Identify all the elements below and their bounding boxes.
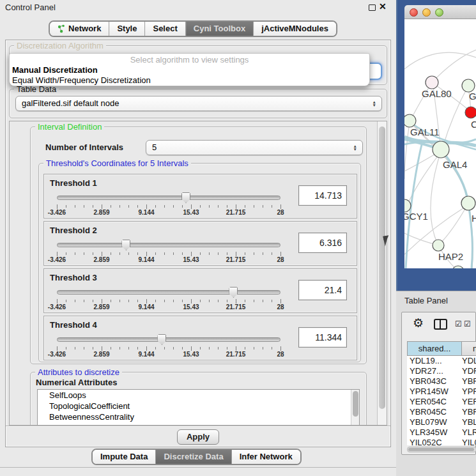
slider-thumb[interactable] — [121, 240, 130, 250]
network-node[interactable] — [433, 240, 444, 251]
network-window-titlebar[interactable] — [404, 5, 476, 19]
gear-icon[interactable]: ⚙ — [413, 316, 424, 330]
network-node[interactable] — [452, 266, 464, 268]
slider-track[interactable] — [57, 196, 280, 200]
threshold-label: Threshold 1 — [50, 178, 97, 188]
cell-shared-name: YLR345W — [407, 427, 462, 438]
node-label: G. — [469, 91, 476, 102]
network-node[interactable] — [461, 196, 475, 210]
close-icon[interactable]: ✕ — [379, 1, 387, 12]
zoom-traffic-light-icon[interactable] — [435, 8, 443, 17]
tab-select[interactable]: Select — [144, 22, 185, 36]
table-row[interactable]: YBR045CYBR0 — [407, 407, 476, 417]
apply-button[interactable]: Apply — [177, 429, 219, 445]
cell-name: YBL0 — [462, 417, 476, 427]
cell-shared-name: YDL19... — [407, 356, 462, 366]
table-data-select[interactable]: galFiltered.sif default node ▲▼ — [15, 96, 382, 111]
numerical-attributes-list[interactable]: SelfLoopsTopologicalCoefficientBetweenne… — [37, 389, 360, 426]
number-of-intervals-value: 5 — [152, 142, 157, 152]
node-label: GCY1 — [404, 211, 428, 222]
table-row[interactable]: YDL19...YDL1 — [407, 356, 476, 366]
threshold-label: Threshold 4 — [50, 320, 97, 330]
attribute-item[interactable]: BetweennessCentrality — [38, 411, 359, 422]
network-node[interactable] — [462, 79, 475, 92]
table-row[interactable]: YPR145WYPR1 — [407, 387, 476, 397]
table-row[interactable]: YBR043CYBR0 — [407, 376, 476, 387]
tab-jactivemnodules[interactable]: jActiveMNodules — [253, 22, 336, 36]
cell-shared-name: YER054C — [407, 397, 462, 407]
node-label: C — [471, 119, 476, 130]
tab-label: Discretize Data — [164, 452, 223, 461]
attribute-item[interactable]: SelfLoops — [38, 390, 359, 401]
cell-shared-name: YBL079W — [407, 417, 462, 427]
threshold-slider[interactable]: -3.4262.8599.14415.4321.71528 — [57, 334, 280, 358]
list-scrollbar-thumb[interactable] — [353, 391, 358, 417]
network-view-window: GAL80G.CGAL11GAL4GCY1HHAP2 — [396, 0, 476, 291]
slider-ticks — [57, 251, 280, 256]
table-row[interactable]: YBL079WYBL0 — [407, 417, 476, 427]
column-header[interactable]: shared... — [407, 341, 462, 356]
slider-thumb[interactable] — [229, 287, 238, 298]
table-row[interactable]: YDR27...YDR2 — [407, 366, 476, 376]
threshold-value-field[interactable]: 14.713 — [298, 185, 347, 206]
tab-impute-data[interactable]: Impute Data — [93, 450, 155, 464]
cell-name: YBR0 — [462, 407, 476, 417]
attribute-item[interactable]: TopologicalCoefficient — [38, 401, 359, 411]
threshold-slider[interactable]: -3.4262.8599.14415.4321.71528 — [57, 287, 280, 311]
bottom-tabbar: Impute DataDiscretize DataInfer Network — [91, 449, 302, 465]
checkbox-icon[interactable]: ☑ — [464, 319, 471, 328]
numerical-attributes-label: Numerical Attributes — [36, 378, 117, 387]
cell-shared-name: YBR043C — [407, 376, 462, 387]
column-header[interactable]: na — [462, 341, 476, 356]
threshold-panel: Threshold 2-3.4262.8599.14415.4321.71528… — [43, 221, 357, 266]
list-scrollbar[interactable] — [351, 390, 359, 426]
table-h-scrollbar-thumb[interactable] — [408, 448, 474, 451]
cyni-toolbox-panel: Discretization Algorithm Select algorith… — [5, 40, 391, 447]
panel-scrollbar[interactable] — [377, 121, 387, 425]
number-of-intervals-label: Number of Intervals — [45, 142, 123, 152]
slider-track[interactable] — [57, 243, 280, 247]
table-h-scrollbar[interactable] — [407, 447, 476, 452]
network-node[interactable] — [404, 114, 416, 127]
tab-infer-network[interactable]: Infer Network — [231, 450, 300, 464]
table-row[interactable]: YLR345WYLR3 — [407, 427, 476, 438]
cell-name: YDR2 — [462, 366, 476, 376]
panel-scrollbar-thumb[interactable] — [379, 127, 385, 409]
checkbox-icon[interactable]: ☑ — [455, 319, 462, 328]
tab-cyni-toolbox[interactable]: Cyni Toolbox — [185, 22, 253, 36]
attributes-group: Attributes to discretize Numerical Attri… — [30, 372, 367, 426]
threshold-value-field[interactable]: 6.316 — [298, 233, 347, 253]
number-of-intervals-select[interactable]: 5 ▲▼ — [146, 140, 363, 155]
cell-name: YIL0 — [462, 438, 476, 445]
network-node[interactable] — [433, 141, 449, 158]
tab-network[interactable]: Network — [50, 22, 109, 36]
network-node[interactable] — [426, 76, 438, 89]
dropdown-option[interactable]: Manual Discretization — [10, 65, 369, 75]
float-window-icon[interactable] — [369, 4, 376, 11]
slider-track[interactable] — [57, 337, 280, 342]
dropdown-hint: Select algorithm to view settings — [10, 54, 369, 65]
slider-tick-labels: -3.4262.8599.14415.4321.71528 — [57, 209, 280, 217]
table-row[interactable]: YIL052CYIL0 — [407, 438, 476, 445]
slider-thumb[interactable] — [157, 334, 166, 345]
network-graph: GAL80G.CGAL11GAL4GCY1HHAP2 — [404, 19, 476, 268]
threshold-slider[interactable]: -3.4262.8599.14415.4321.71528 — [57, 240, 280, 264]
dropdown-option[interactable]: Equal Width/Frequency Discretization — [10, 75, 369, 86]
tab-discretize-data[interactable]: Discretize Data — [155, 450, 231, 464]
slider-tick-labels: -3.4262.8599.14415.4321.71528 — [57, 256, 280, 264]
tab-style[interactable]: Style — [109, 22, 144, 36]
network-node[interactable] — [465, 107, 476, 118]
spinner-icon: ▲▼ — [353, 144, 357, 151]
close-traffic-light-icon[interactable] — [410, 8, 418, 17]
network-canvas[interactable]: GAL80G.CGAL11GAL4GCY1HHAP2 — [404, 19, 476, 268]
threshold-value-field[interactable]: 21.4 — [298, 280, 347, 300]
threshold-slider[interactable]: -3.4262.8599.14415.4321.71528 — [57, 192, 280, 217]
threshold-value-field[interactable]: 11.344 — [298, 327, 347, 348]
slider-thumb[interactable] — [181, 192, 190, 203]
minimize-traffic-light-icon[interactable] — [422, 8, 431, 17]
split-table-icon[interactable] — [434, 319, 447, 330]
slider-track[interactable] — [57, 290, 280, 295]
node-label: HAP2 — [438, 251, 463, 262]
interval-definition-group: Interval Definition Number of Intervals … — [30, 127, 367, 364]
table-row[interactable]: YER054CYER0 — [407, 397, 476, 407]
